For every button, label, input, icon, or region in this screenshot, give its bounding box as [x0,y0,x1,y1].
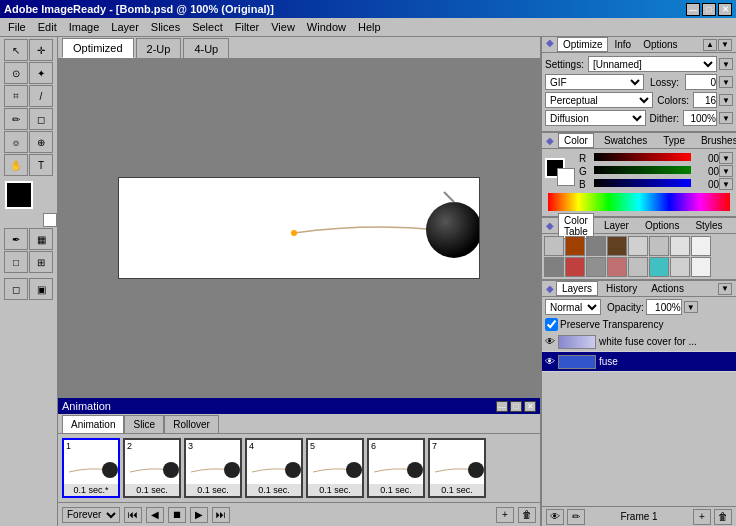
delete-frame-button[interactable]: 🗑 [518,507,536,523]
color-spectrum[interactable] [548,193,730,211]
tab-4up[interactable]: 4-Up [183,38,229,58]
layer-brush-button[interactable]: ✏ [567,509,585,525]
swatch-4[interactable] [607,236,627,256]
frame-4[interactable]: 4 0.1 sec. [245,438,303,498]
play-button[interactable]: ▶ [190,507,208,523]
slice-tool[interactable]: / [29,85,53,107]
close-button[interactable]: ✕ [718,3,732,16]
optimize-scroll-up[interactable]: ▲ [703,39,717,51]
hand-tool[interactable]: ✋ [4,154,28,176]
lossy-arrow[interactable]: ▼ [719,76,733,88]
tab-color[interactable]: Color [558,133,594,148]
preserve-checkbox[interactable] [545,318,558,331]
tab-options-styles[interactable]: Options [639,218,685,233]
eraser-tool[interactable]: ◻ [29,108,53,130]
swatch-7[interactable] [670,236,690,256]
frame-1-time[interactable]: 0.1 sec.* [64,484,118,496]
swatch-11[interactable] [586,257,606,277]
new-layer-button[interactable]: + [693,509,711,525]
menu-filter[interactable]: Filter [229,19,265,35]
layer-row-2[interactable]: 👁 fuse [542,352,736,372]
tab-actions[interactable]: Actions [645,281,690,296]
menu-edit[interactable]: Edit [32,19,63,35]
zoom2-tool[interactable]: ⊞ [29,251,53,273]
palette-select[interactable]: Perceptual Adaptive Web [545,92,653,108]
layer-eye-button[interactable]: 👁 [546,509,564,525]
swatch-1[interactable] [544,236,564,256]
eyedropper-tool[interactable]: ⌾ [4,131,28,153]
layer-2-eye[interactable]: 👁 [545,356,555,367]
swatch-9[interactable] [544,257,564,277]
loop-select[interactable]: Forever Once 3 Times [62,507,120,523]
dither-input[interactable] [683,110,717,126]
frame-3[interactable]: 3 0.1 sec. [184,438,242,498]
colors-arrow[interactable]: ▼ [719,94,733,106]
animation-minimize[interactable]: — [496,401,508,412]
swatch-2[interactable] [565,236,585,256]
frame-5[interactable]: 5 0.1 sec. [306,438,364,498]
tab-slice[interactable]: Slice [124,415,164,433]
brush-tool[interactable]: ✏ [4,108,28,130]
tab-rollover[interactable]: Rollover [164,415,219,433]
tab-history[interactable]: History [600,281,643,296]
gradient-tool[interactable]: ▦ [29,228,53,250]
pen-tool[interactable]: ✒ [4,228,28,250]
type-tool[interactable]: T [29,154,53,176]
animation-maximize[interactable]: □ [510,401,522,412]
menu-layer[interactable]: Layer [105,19,145,35]
frame-2-time[interactable]: 0.1 sec. [125,484,179,496]
menu-image[interactable]: Image [63,19,106,35]
swatch-6[interactable] [649,236,669,256]
tab-type[interactable]: Type [657,133,691,148]
frame-6[interactable]: 6 0.1 sec. [367,438,425,498]
swatch-16[interactable] [691,257,711,277]
tab-layer-styles[interactable]: Layer [598,218,635,233]
zoom-tool[interactable]: ⊕ [29,131,53,153]
lasso-tool[interactable]: ⊙ [4,62,28,84]
menu-file[interactable]: File [2,19,32,35]
menu-select[interactable]: Select [186,19,229,35]
tab-optimize[interactable]: Optimize [557,37,608,52]
rectangle-tool[interactable]: □ [4,251,28,273]
optimize-menu[interactable]: ▼ [718,39,732,51]
tab-swatches[interactable]: Swatches [598,133,653,148]
dither-arrow[interactable]: ▼ [719,112,733,124]
tab-info[interactable]: Info [608,37,637,52]
tab-2up[interactable]: 2-Up [136,38,182,58]
tab-brushes[interactable]: Brushes [695,133,736,148]
swatch-12[interactable] [607,257,627,277]
opacity-input[interactable] [646,299,682,315]
color-bg-swatch[interactable] [557,168,575,186]
frame-7-time[interactable]: 0.1 sec. [430,484,484,496]
g-slider[interactable] [594,166,691,176]
lossy-input[interactable] [685,74,717,90]
animation-close[interactable]: ✕ [524,401,536,412]
color-swatches[interactable] [5,181,53,223]
select-tool[interactable]: ↖ [4,39,28,61]
next-frame-button[interactable]: ⏭ [212,507,230,523]
background-color[interactable] [43,213,57,227]
frame-2[interactable]: 2 0.1 sec. [123,438,181,498]
menu-window[interactable]: Window [301,19,352,35]
frame-7[interactable]: 7 0.1 sec. [428,438,486,498]
frame-6-time[interactable]: 0.1 sec. [369,484,423,496]
layers-arrow[interactable]: ▼ [718,283,732,295]
foreground-color[interactable] [5,181,33,209]
frame-4-time[interactable]: 0.1 sec. [247,484,301,496]
minimize-button[interactable]: — [686,3,700,16]
first-frame-button[interactable]: ⏮ [124,507,142,523]
b-arrow[interactable]: ▼ [719,178,733,190]
swatch-10[interactable] [565,257,585,277]
frame-3-time[interactable]: 0.1 sec. [186,484,240,496]
format-select[interactable]: GIF JPEG PNG [545,74,644,90]
tab-layers[interactable]: Layers [556,281,598,296]
delete-layer-button[interactable]: 🗑 [714,509,732,525]
swatch-3[interactable] [586,236,606,256]
colors-input[interactable] [693,92,717,108]
magic-wand-tool[interactable]: ✦ [29,62,53,84]
swatch-8[interactable] [691,236,711,256]
swatch-5[interactable] [628,236,648,256]
quickmask-mode[interactable]: ▣ [29,278,53,300]
g-arrow[interactable]: ▼ [719,165,733,177]
r-slider[interactable] [594,153,691,163]
